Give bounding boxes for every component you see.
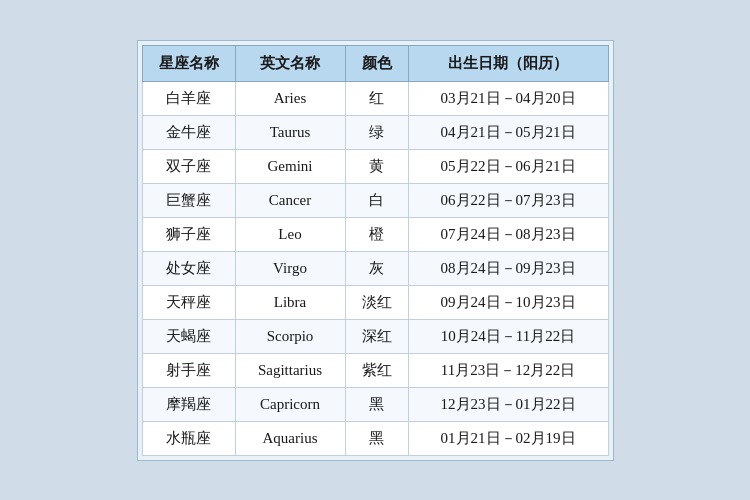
cell-color: 紫红 bbox=[345, 353, 408, 387]
cell-color: 白 bbox=[345, 183, 408, 217]
cell-english: Libra bbox=[235, 285, 345, 319]
cell-date: 01月21日－02月19日 bbox=[408, 421, 608, 455]
table-header-row: 星座名称 英文名称 颜色 出生日期（阳历） bbox=[142, 45, 608, 81]
cell-date: 07月24日－08月23日 bbox=[408, 217, 608, 251]
header-date: 出生日期（阳历） bbox=[408, 45, 608, 81]
cell-color: 灰 bbox=[345, 251, 408, 285]
cell-chinese: 射手座 bbox=[142, 353, 235, 387]
table-row: 白羊座Aries红03月21日－04月20日 bbox=[142, 81, 608, 115]
cell-date: 03月21日－04月20日 bbox=[408, 81, 608, 115]
table-row: 水瓶座Aquarius黑01月21日－02月19日 bbox=[142, 421, 608, 455]
cell-english: Gemini bbox=[235, 149, 345, 183]
cell-date: 08月24日－09月23日 bbox=[408, 251, 608, 285]
cell-color: 黑 bbox=[345, 421, 408, 455]
cell-date: 09月24日－10月23日 bbox=[408, 285, 608, 319]
cell-chinese: 金牛座 bbox=[142, 115, 235, 149]
header-chinese: 星座名称 bbox=[142, 45, 235, 81]
cell-chinese: 摩羯座 bbox=[142, 387, 235, 421]
cell-english: Scorpio bbox=[235, 319, 345, 353]
cell-chinese: 狮子座 bbox=[142, 217, 235, 251]
zodiac-table-container: 星座名称 英文名称 颜色 出生日期（阳历） 白羊座Aries红03月21日－04… bbox=[137, 40, 614, 461]
table-row: 摩羯座Capricorn黑12月23日－01月22日 bbox=[142, 387, 608, 421]
cell-date: 11月23日－12月22日 bbox=[408, 353, 608, 387]
table-row: 金牛座Taurus绿04月21日－05月21日 bbox=[142, 115, 608, 149]
cell-date: 06月22日－07月23日 bbox=[408, 183, 608, 217]
zodiac-table: 星座名称 英文名称 颜色 出生日期（阳历） 白羊座Aries红03月21日－04… bbox=[142, 45, 609, 456]
cell-english: Aries bbox=[235, 81, 345, 115]
cell-english: Leo bbox=[235, 217, 345, 251]
cell-chinese: 处女座 bbox=[142, 251, 235, 285]
cell-english: Sagittarius bbox=[235, 353, 345, 387]
table-row: 天蝎座Scorpio深红10月24日－11月22日 bbox=[142, 319, 608, 353]
cell-chinese: 白羊座 bbox=[142, 81, 235, 115]
cell-english: Virgo bbox=[235, 251, 345, 285]
table-row: 天秤座Libra淡红09月24日－10月23日 bbox=[142, 285, 608, 319]
cell-english: Cancer bbox=[235, 183, 345, 217]
header-color: 颜色 bbox=[345, 45, 408, 81]
cell-chinese: 双子座 bbox=[142, 149, 235, 183]
cell-date: 12月23日－01月22日 bbox=[408, 387, 608, 421]
cell-chinese: 水瓶座 bbox=[142, 421, 235, 455]
table-row: 双子座Gemini黄05月22日－06月21日 bbox=[142, 149, 608, 183]
cell-color: 深红 bbox=[345, 319, 408, 353]
cell-color: 红 bbox=[345, 81, 408, 115]
cell-color: 黑 bbox=[345, 387, 408, 421]
cell-date: 04月21日－05月21日 bbox=[408, 115, 608, 149]
cell-color: 绿 bbox=[345, 115, 408, 149]
cell-date: 05月22日－06月21日 bbox=[408, 149, 608, 183]
cell-color: 黄 bbox=[345, 149, 408, 183]
table-row: 狮子座Leo橙07月24日－08月23日 bbox=[142, 217, 608, 251]
cell-color: 淡红 bbox=[345, 285, 408, 319]
cell-chinese: 天蝎座 bbox=[142, 319, 235, 353]
cell-english: Capricorn bbox=[235, 387, 345, 421]
cell-chinese: 巨蟹座 bbox=[142, 183, 235, 217]
table-row: 射手座Sagittarius紫红11月23日－12月22日 bbox=[142, 353, 608, 387]
table-row: 巨蟹座Cancer白06月22日－07月23日 bbox=[142, 183, 608, 217]
cell-english: Taurus bbox=[235, 115, 345, 149]
table-body: 白羊座Aries红03月21日－04月20日金牛座Taurus绿04月21日－0… bbox=[142, 81, 608, 455]
cell-date: 10月24日－11月22日 bbox=[408, 319, 608, 353]
cell-english: Aquarius bbox=[235, 421, 345, 455]
cell-chinese: 天秤座 bbox=[142, 285, 235, 319]
table-row: 处女座Virgo灰08月24日－09月23日 bbox=[142, 251, 608, 285]
header-english: 英文名称 bbox=[235, 45, 345, 81]
cell-color: 橙 bbox=[345, 217, 408, 251]
